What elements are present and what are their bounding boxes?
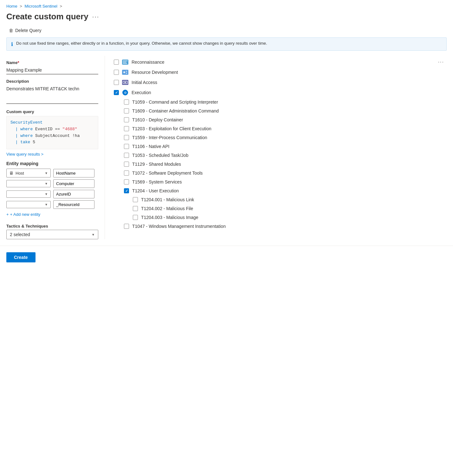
tactic-label-t1047: T1047 - Windows Management Instrumentati… [132,224,444,229]
create-button[interactable]: Create [6,252,36,262]
tactic-t1559[interactable]: T1559 - Inter-Process Communication [111,133,447,142]
name-input[interactable] [6,66,98,74]
entity-row-4: ▼ [6,200,98,209]
breadcrumb-home[interactable]: Home [6,4,17,9]
tactic-label-reconnaissance: Reconnaissance [132,60,435,65]
checkbox-t1047[interactable] [124,224,129,229]
tactic-label-t1610: T1610 - Deploy Container [132,117,444,122]
tactic-menu-reconnaissance[interactable]: ··· [438,59,444,65]
recon-icon [122,59,128,65]
tactic-t1569[interactable]: T1569 - System Services [111,177,447,186]
info-icon: ℹ [11,41,13,47]
tactic-label-t1129: T1129 - Shared Modules [132,162,444,167]
custom-query-block[interactable]: SecurityEvent | where EventID == "4688" … [6,116,98,149]
toolbar: 🗑 Delete Query [0,25,453,37]
tactic-initial-access[interactable]: Initial Access [111,77,447,87]
svg-point-7 [126,73,127,74]
tactic-label-t1106: T1106 - Native API [132,144,444,149]
resource-icon [122,69,128,75]
tactic-t1047[interactable]: T1047 - Windows Management Instrumentati… [111,222,447,231]
code-eventid: EventID == [35,127,62,132]
checkbox-t1053[interactable] [124,153,129,158]
code-pipe-1: | [10,127,18,132]
tactic-label-t1072: T1072 - Software Deployment Tools [132,170,444,176]
code-pipe-3: | [10,140,18,145]
tactics-tree: Reconnaissance ··· Resource Development … [111,56,447,232]
entity-row-1: 🖥 Host ▼ [6,169,98,177]
tactic-t1610[interactable]: T1610 - Deploy Container [111,115,447,124]
checkbox-t1106[interactable] [124,144,129,149]
tactic-reconnaissance[interactable]: Reconnaissance ··· [111,57,447,67]
entity-field-input-3[interactable] [53,190,94,198]
checkbox-t1059[interactable] [124,100,129,105]
checkbox-t1569[interactable] [124,179,129,184]
checkbox-t1072[interactable] [124,170,129,176]
tactics-label: Tactics & Techniques [6,224,98,228]
tactic-t1203[interactable]: T1203 - Exploitation for Client Executio… [111,124,447,133]
entity-mapping-title: Entity mapping [6,161,98,166]
tactic-label-t1203: T1203 - Exploitation for Client Executio… [132,126,444,131]
tactic-t1204[interactable]: T1204 - User Execution [111,186,447,195]
checkbox-execution[interactable] [114,90,119,95]
svg-rect-1 [123,61,128,61]
entity-type-dropdown-1[interactable]: 🖥 Host ▼ [6,169,51,177]
checkbox-initial-access[interactable] [114,80,119,85]
tactic-t1072[interactable]: T1072 - Software Deployment Tools [111,169,447,177]
tactic-t1204-001[interactable]: T1204.001 - Malicious Link [111,195,447,204]
trash-icon: 🗑 [9,28,13,33]
tactics-select[interactable]: 2 selected ▼ [6,230,98,239]
tactic-t1204-002[interactable]: T1204.002 - Malicious File [111,204,447,213]
add-entity-button[interactable]: + + Add new entity [6,211,40,218]
checkbox-t1203[interactable] [124,126,129,131]
checkbox-t1129[interactable] [124,162,129,167]
tactic-t1204-003[interactable]: T1204.003 - Malicious Image [111,213,447,222]
svg-point-6 [126,71,127,72]
code-pipe-2: | [10,133,18,138]
host-icon: 🖥 [9,170,14,176]
tactic-t1059[interactable]: T1059 - Command and Scripting Interprete… [111,98,447,106]
checkbox-resource-development[interactable] [114,70,119,75]
tactic-t1129[interactable]: T1129 - Shared Modules [111,160,447,169]
breadcrumb-sentinel[interactable]: Microsoft Sentinel [25,4,57,9]
checkbox-t1204-001[interactable] [133,197,138,202]
custom-query-label: Custom query [6,109,98,114]
entity-type-dropdown-4[interactable]: ▼ [6,201,51,208]
code-take-val: 5 [33,140,35,145]
description-label: Description [6,79,98,84]
checkbox-t1204-002[interactable] [133,206,138,211]
checkbox-t1609[interactable] [124,108,129,113]
tactic-label-execution: Execution [132,90,444,95]
entity-type-dropdown-3[interactable]: ▼ [6,190,51,198]
delete-query-button[interactable]: 🗑 Delete Query [6,27,44,34]
left-panel: Name* Description Demonstrates MITRE ATT… [6,56,105,239]
entity-field-input-4[interactable] [53,200,94,209]
tactic-t1106[interactable]: T1106 - Native API [111,142,447,151]
tactic-label-t1053: T1053 - Scheduled Task/Job [132,153,444,158]
chevron-down-icon-2: ▼ [45,182,48,185]
required-star: * [17,60,19,65]
checkbox-t1204[interactable] [124,188,129,193]
code-where-1: where [20,127,35,132]
checkbox-t1610[interactable] [124,117,129,122]
view-query-link[interactable]: View query results > [6,152,43,157]
checkbox-reconnaissance[interactable] [114,60,119,65]
description-input[interactable]: Demonstrates MITRE ATT&CK techn [6,85,98,104]
checkbox-t1559[interactable] [124,135,129,140]
code-eventid-val: "4688" [62,127,77,132]
info-banner: ℹ Do not use fixed time ranges, either d… [6,37,447,51]
info-banner-text: Do not use fixed time ranges, either dir… [16,41,267,46]
entity-type-label-1: Host [16,171,24,176]
entity-field-input-1[interactable] [53,169,94,177]
tactic-execution[interactable]: ⚙ Execution [111,87,447,98]
title-more-button[interactable]: ··· [92,13,100,20]
checkbox-t1204-003[interactable] [133,215,138,220]
tactic-label-initial-access: Initial Access [132,80,444,85]
tactic-t1609[interactable]: T1609 - Container Administration Command [111,106,447,115]
tactic-t1053[interactable]: T1053 - Scheduled Task/Job [111,151,447,160]
chevron-down-icon-1: ▼ [45,171,48,175]
tactic-resource-development[interactable]: Resource Development [111,67,447,77]
code-take: take [20,140,33,145]
entity-field-input-2[interactable] [53,179,94,188]
svg-rect-10 [124,82,126,83]
entity-type-dropdown-2[interactable]: ▼ [6,180,51,187]
